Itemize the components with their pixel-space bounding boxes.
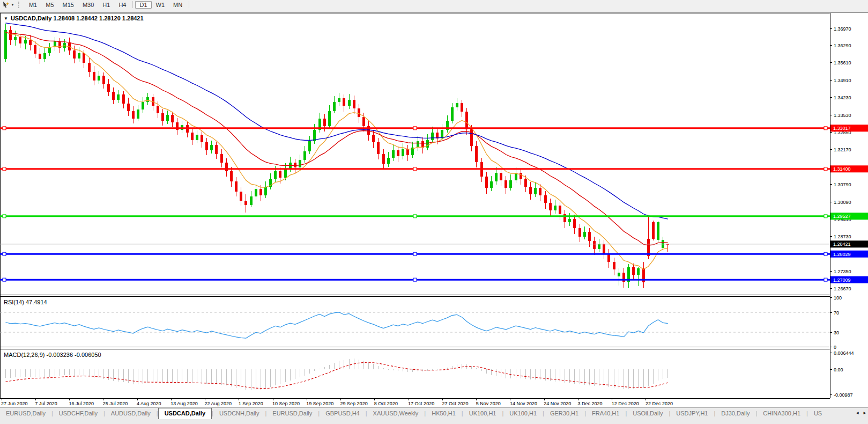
symbol-tab-hk50-h1[interactable]: HK50,H1 bbox=[426, 408, 462, 419]
timeframe-button-w1[interactable]: W1 bbox=[152, 1, 169, 9]
candle-body bbox=[205, 142, 208, 150]
candle-body bbox=[358, 108, 360, 117]
candle-body bbox=[338, 98, 340, 102]
timeframe-button-h1[interactable]: H1 bbox=[98, 1, 114, 9]
date-label: 12 Dec 2020 bbox=[612, 401, 639, 406]
date-label: 3 Dec 2020 bbox=[577, 401, 602, 406]
price-tick-label: 1.32170 bbox=[834, 147, 851, 152]
candle-body bbox=[308, 141, 311, 151]
candle-body bbox=[343, 98, 345, 106]
timeframe-button-mn[interactable]: MN bbox=[169, 1, 187, 9]
chart-window: ▼ USDCAD,Daily 1.28408 1.28442 1.28120 1… bbox=[0, 13, 868, 407]
timeframe-button-m1[interactable]: M1 bbox=[25, 1, 41, 9]
symbol-tab-gbpusd-h4[interactable]: GBPUSD,H4 bbox=[320, 408, 366, 419]
candle-body bbox=[274, 171, 277, 179]
dropdown-caret-icon[interactable]: ▼ bbox=[11, 3, 14, 6]
symbol-tab-ger30-h1[interactable]: GER30,H1 bbox=[544, 408, 584, 419]
price-line-label: 1.28029 bbox=[833, 252, 851, 257]
candle-body bbox=[505, 180, 507, 188]
symbol-tab-eurusd-daily[interactable]: EURUSD,Daily bbox=[266, 408, 318, 419]
candle-body bbox=[127, 104, 130, 111]
line-handle bbox=[413, 167, 417, 171]
candle-body bbox=[88, 63, 91, 71]
price-chart-svg[interactable]: 1.369701.362901.356101.349101.342301.335… bbox=[0, 13, 868, 407]
rsi-indicator-label: RSI(14) 47.4914 bbox=[4, 299, 47, 305]
price-line-label: 1.31400 bbox=[833, 166, 851, 172]
candle-body bbox=[348, 100, 351, 106]
timeframe-button-d1[interactable]: D1 bbox=[135, 1, 151, 9]
price-line-label: 1.33017 bbox=[833, 126, 851, 131]
cursor-tool-icon[interactable] bbox=[1, 1, 11, 9]
line-handle bbox=[3, 278, 6, 281]
candle-body bbox=[98, 76, 100, 81]
price-tick-label: 1.30090 bbox=[834, 200, 851, 205]
line-handle bbox=[413, 127, 417, 130]
date-label: 22 Aug 2020 bbox=[205, 401, 232, 406]
symbol-tab-usdchf-daily[interactable]: USDCHF,Daily bbox=[53, 408, 103, 419]
candle-body bbox=[112, 92, 115, 99]
toolbar-drag-handle[interactable] bbox=[18, 2, 21, 8]
window-border-strip bbox=[0, 9, 868, 13]
candle-body bbox=[215, 145, 218, 153]
candle-body bbox=[406, 149, 409, 155]
rsi-tick-label: 70 bbox=[834, 310, 839, 316]
ma-line-mid bbox=[6, 33, 668, 245]
symbol-tab-uk100-h1[interactable]: UK100,H1 bbox=[463, 408, 502, 419]
candle-body bbox=[303, 151, 306, 160]
date-label: 5 Nov 2020 bbox=[476, 401, 501, 406]
candle-body bbox=[544, 195, 547, 203]
price-tick-label: 1.26670 bbox=[834, 286, 851, 291]
symbol-tab-uk100-h1[interactable]: UK100,H1 bbox=[503, 408, 543, 419]
symbol-tab-china300-h1[interactable]: CHINA300,H1 bbox=[757, 408, 806, 419]
candle-body bbox=[117, 94, 120, 99]
timeframe-button-m5[interactable]: M5 bbox=[41, 1, 58, 9]
line-handle bbox=[3, 127, 6, 130]
candle-body bbox=[490, 181, 493, 188]
symbol-tab-eurusd-daily[interactable]: EURUSD,Daily bbox=[0, 408, 51, 419]
candle-body bbox=[4, 30, 7, 59]
symbol-tab-xauusd-weekly[interactable]: XAUUSD,Weekly bbox=[367, 408, 425, 419]
symbol-tab-us[interactable]: US bbox=[808, 408, 828, 419]
ma-line-fast bbox=[6, 32, 668, 269]
candle-body bbox=[465, 112, 468, 129]
candle-body bbox=[93, 72, 95, 81]
timeframe-button-h4[interactable]: H4 bbox=[114, 1, 130, 9]
candle-body bbox=[24, 40, 27, 43]
date-label: 8 Oct 2020 bbox=[374, 401, 398, 406]
candle-body bbox=[417, 141, 419, 148]
candle-body bbox=[637, 268, 640, 275]
symbol-tab-fra40-h1[interactable]: FRA40,H1 bbox=[586, 408, 625, 419]
symbol-tab-audusd-daily[interactable]: AUDUSD,Daily bbox=[105, 408, 157, 419]
chart-title-caret-icon[interactable]: ▼ bbox=[4, 16, 8, 21]
candle-body bbox=[220, 154, 223, 163]
candle-body bbox=[240, 192, 242, 200]
candle-body bbox=[509, 180, 512, 188]
candle-body bbox=[323, 119, 326, 126]
candle-body bbox=[107, 84, 110, 92]
candle-body bbox=[578, 228, 581, 237]
candle-body bbox=[426, 140, 429, 148]
timeframe-button-m30[interactable]: M30 bbox=[78, 1, 98, 9]
candle-body bbox=[402, 149, 404, 156]
date-label: 19 Sep 2020 bbox=[306, 401, 333, 406]
line-handle bbox=[824, 278, 827, 281]
symbol-tab-usoil-daily[interactable]: USOil,Daily bbox=[627, 408, 669, 419]
candle-body bbox=[83, 53, 85, 63]
symbol-tab-usdcnh-daily[interactable]: USDCNH,Daily bbox=[213, 408, 265, 419]
candle-body bbox=[539, 188, 541, 195]
symbol-tab-usdcad-daily[interactable]: USDCAD,Daily bbox=[158, 408, 212, 419]
chart-title: ▼ USDCAD,Daily 1.28408 1.28442 1.28120 1… bbox=[4, 15, 144, 21]
macd-signal-line bbox=[6, 362, 668, 388]
toolbar-separator bbox=[132, 1, 133, 8]
price-line-label: 1.29527 bbox=[833, 214, 851, 219]
price-tick-label: 1.33530 bbox=[834, 113, 851, 118]
tab-scroll-left-icon[interactable]: ◄ bbox=[855, 411, 859, 415]
symbol-tab-usdjpy-h1[interactable]: USDJPY,H1 bbox=[670, 408, 714, 419]
candle-body bbox=[181, 125, 183, 130]
line-handle bbox=[824, 215, 827, 218]
candle-body bbox=[235, 181, 238, 192]
candle-body bbox=[500, 173, 502, 180]
tab-scroll-right-icon[interactable]: ► bbox=[863, 411, 867, 415]
symbol-tab-dj30-daily[interactable]: DJ30,Daily bbox=[715, 408, 755, 419]
timeframe-button-m15[interactable]: M15 bbox=[58, 1, 78, 9]
